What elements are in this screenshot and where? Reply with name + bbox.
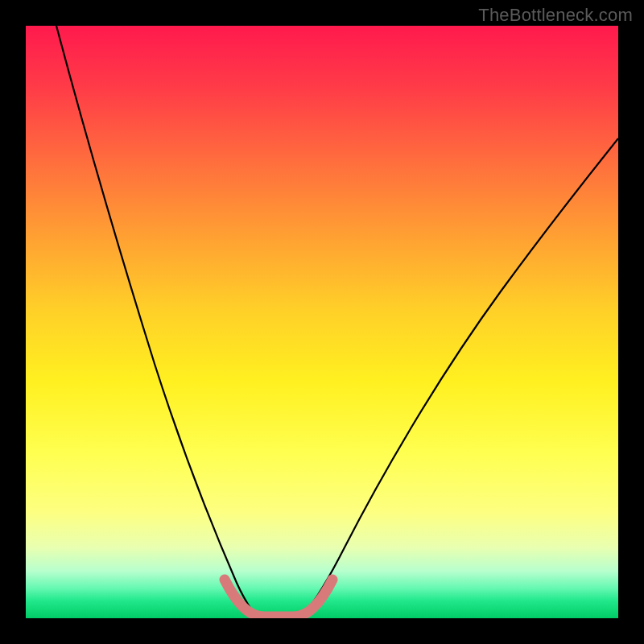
curve-right xyxy=(306,138,618,612)
watermark-text: TheBottleneck.com xyxy=(478,5,633,26)
curve-layer xyxy=(26,26,618,618)
curve-left xyxy=(56,26,253,612)
optimal-highlight xyxy=(225,580,332,617)
chart-frame: TheBottleneck.com xyxy=(0,0,644,644)
plot-area xyxy=(26,26,618,618)
